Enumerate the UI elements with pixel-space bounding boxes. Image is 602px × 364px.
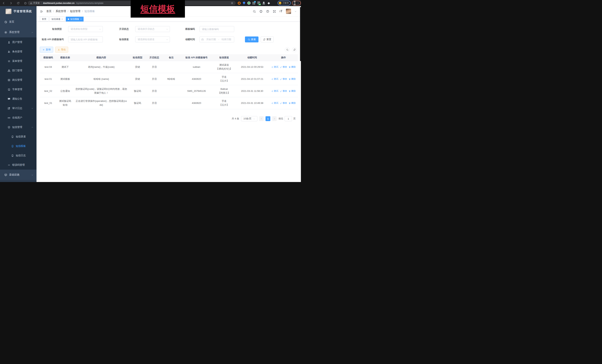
test-link[interactable]: 测试 (271, 101, 278, 105)
test-link[interactable]: 测试 (271, 77, 278, 81)
tab-close-icon[interactable]: × (80, 18, 81, 20)
extension-grid-icon[interactable] (253, 2, 255, 4)
sidebar-item-departments[interactable]: 部门管理 (0, 66, 36, 75)
breadcrumb-home[interactable]: 首页 (46, 10, 52, 13)
scrollbar-thumb[interactable] (300, 7, 301, 61)
sidebar-item-infrastructure[interactable]: 基础设施 (0, 170, 36, 180)
sidebar-item-label: 部门管理 (12, 69, 22, 72)
main-content: 短信类型 请选择短信类型 开启状态 请选择开启状态 模板编码 短信 API 的模… (36, 22, 301, 182)
sidebar-item-sms[interactable]: 短信管理 (0, 122, 36, 132)
channel-label: 短信渠道 (101, 36, 131, 42)
sidebar-item-online-users[interactable]: 在线用户 (0, 113, 36, 122)
status-select[interactable]: 请选择开启状态 (135, 26, 170, 32)
monitor-icon (4, 173, 7, 177)
breadcrumb-sms[interactable]: 短信管理 (70, 10, 80, 13)
avatar[interactable] (286, 9, 291, 14)
test-link[interactable]: 测试 (271, 65, 278, 69)
delete-link[interactable]: 删除 (289, 101, 296, 105)
channel-name: 芋道 (222, 75, 227, 79)
goto-page-input[interactable] (285, 116, 292, 121)
sidebar-item-error-code[interactable]: 错误码管理 (0, 160, 36, 170)
refresh-table-button[interactable] (292, 47, 297, 52)
font-size-icon[interactable]: TT (280, 10, 282, 13)
channel-select[interactable]: 请选择短信渠道 (135, 36, 170, 42)
bookmark-star-icon[interactable] (231, 2, 234, 4)
search-button[interactable]: 搜索 (245, 36, 258, 42)
user-icon (8, 41, 10, 44)
delete-link[interactable]: 删除 (289, 65, 296, 69)
table-body: test-04 测试下 老鸡{name}，牛逼{code} 营销 开启 suib… (40, 61, 298, 109)
user-menu-caret-icon[interactable] (295, 10, 296, 13)
edit-link[interactable]: 修改 (280, 89, 287, 93)
sidebar-item-posts[interactable]: 岗位管理 (0, 75, 36, 85)
chevron-down-icon (31, 173, 33, 176)
extension-blue-kite-icon[interactable] (243, 1, 245, 5)
cell-remark (162, 85, 180, 97)
browser-forward-icon[interactable] (10, 1, 12, 5)
security-warning[interactable]: 不安全 (30, 1, 40, 5)
sidebar-item-system[interactable]: 系统管理 (0, 27, 36, 37)
help-icon[interactable] (266, 10, 269, 13)
fullscreen-icon[interactable] (273, 10, 276, 13)
sidebar-item-home[interactable]: 首页 (0, 17, 36, 27)
edit-link[interactable]: 修改 (280, 77, 287, 81)
browser-home-icon[interactable] (24, 1, 27, 5)
cell-actions: 测试 修改 删除 (269, 61, 298, 73)
sidebar-item-menus[interactable]: 菜单管理 (0, 56, 36, 66)
sidebar-item-notice[interactable]: 通知公告 (0, 94, 36, 104)
delete-link[interactable]: 删除 (289, 77, 296, 81)
api-template-id-input[interactable] (71, 38, 101, 41)
delete-link[interactable]: 删除 (289, 89, 296, 93)
reset-button[interactable]: 重置 (261, 36, 274, 42)
sidebar-footer (0, 180, 36, 182)
browser-profile-chip[interactable]: 已暂停 (278, 1, 291, 5)
breadcrumb-system[interactable]: 系统管理 (56, 10, 66, 13)
extension-orange-ring-icon[interactable] (238, 2, 241, 5)
edit-link[interactable]: 修改 (280, 101, 287, 105)
templates-table: 模板编码 模板名称 模板内容 短信类型 开启状态 备注 短信 API 的模板编号… (40, 54, 298, 109)
trash-icon (289, 78, 291, 80)
add-button[interactable]: 新增 (40, 47, 53, 52)
tab-sms-channel[interactable]: 短信渠道 × (49, 17, 65, 21)
page-number-1[interactable]: 1 (266, 116, 270, 121)
extension-spy-icon[interactable] (262, 2, 265, 4)
prev-page-button[interactable] (259, 116, 264, 121)
breadcrumb-separator: / (82, 10, 83, 13)
sidebar-item-audit-log[interactable]: 审计日志 (0, 104, 36, 113)
channel-provider: 【阿里云】 (218, 91, 230, 95)
sidebar-item-label: 在线用户 (12, 116, 22, 119)
template-code-input[interactable] (202, 28, 233, 31)
sidebar-item-sms-template[interactable]: 短信模板 (0, 141, 36, 151)
sidebar-item-roles[interactable]: 角色管理 (0, 47, 36, 56)
extension-list-on-icon[interactable]: on (257, 2, 260, 5)
edit-link[interactable]: 修改 (280, 65, 287, 69)
search-icon[interactable] (253, 10, 256, 13)
sidebar-item-users[interactable]: 用户管理 (0, 37, 36, 47)
browser-menu-dots-icon[interactable]: ⋮ (297, 2, 299, 4)
tab-home[interactable]: 首页 (40, 17, 48, 21)
sidebar-item-sms-log[interactable]: 短信日志 (0, 151, 36, 160)
extension-green-v-icon[interactable]: V (247, 1, 250, 5)
tab-sms-template[interactable]: 短信模板 × (66, 17, 83, 21)
sidebar-item-sms-channel[interactable]: 短信渠道 (0, 132, 36, 141)
sms-type-label: 短信类型 (36, 26, 64, 32)
overlay-title-box: 短信模板 (131, 0, 185, 18)
show-search-toggle-button[interactable] (285, 47, 290, 52)
browser-update-button[interactable]: 更新 ⋮ (292, 1, 301, 5)
phone-icon (11, 135, 14, 138)
template-code-input-wrap (200, 26, 234, 32)
tab-close-icon[interactable]: × (62, 18, 63, 20)
next-page-button[interactable] (272, 116, 277, 121)
browser-back-icon[interactable] (2, 1, 5, 5)
browser-reload-icon[interactable] (17, 1, 20, 5)
test-link[interactable]: 测试 (271, 89, 278, 93)
sidebar-fold-icon[interactable] (40, 10, 43, 13)
page-size-select[interactable]: 10条/页 (241, 116, 257, 121)
create-time-range-picker[interactable]: 开始日期 - 结束日期 (200, 36, 234, 42)
extensions-puzzle-icon[interactable] (267, 1, 270, 5)
export-button[interactable]: 导出 (55, 47, 68, 52)
sms-type-select[interactable]: 请选择短信类型 (68, 26, 103, 32)
sidebar-item-dict[interactable]: 字典管理 (0, 85, 36, 94)
create-time-label: 创建时间 (168, 36, 197, 42)
github-icon[interactable] (259, 10, 263, 13)
